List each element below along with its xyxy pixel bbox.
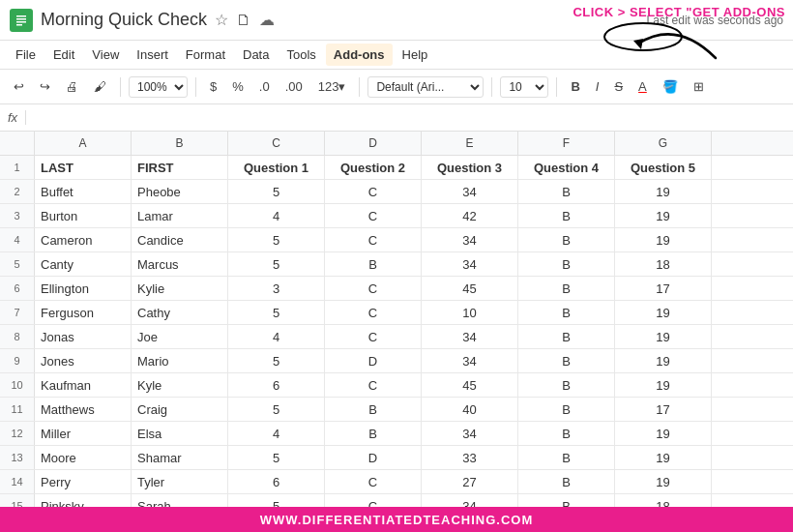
table-cell[interactable]: 18: [615, 252, 712, 276]
table-cell[interactable]: 34: [422, 180, 518, 203]
redo-button[interactable]: ↪: [34, 76, 56, 97]
table-cell[interactable]: B: [518, 373, 615, 397]
table-cell[interactable]: 34: [422, 325, 518, 348]
table-cell[interactable]: 42: [422, 204, 518, 227]
table-cell[interactable]: 19: [615, 204, 712, 227]
format-123-button[interactable]: 123▾: [312, 76, 352, 97]
table-cell[interactable]: 19: [615, 470, 712, 493]
paint-format-button[interactable]: 🖌: [88, 76, 112, 97]
table-cell[interactable]: Lamar: [132, 204, 228, 227]
table-cell[interactable]: Ferguson: [35, 301, 132, 324]
header-first[interactable]: FIRST: [132, 156, 228, 179]
table-cell[interactable]: 45: [422, 277, 518, 300]
table-cell[interactable]: 19: [615, 180, 712, 203]
table-cell[interactable]: 33: [422, 446, 518, 469]
table-cell[interactable]: 4: [228, 325, 325, 348]
table-cell[interactable]: B: [518, 277, 615, 300]
menu-addons[interactable]: Add-ons: [326, 44, 393, 66]
menu-view[interactable]: View: [84, 44, 127, 66]
menu-data[interactable]: Data: [235, 44, 277, 66]
table-cell[interactable]: 5: [228, 180, 325, 203]
table-cell[interactable]: B: [518, 228, 615, 251]
cloud-icon[interactable]: ☁: [259, 11, 275, 29]
table-cell[interactable]: B: [518, 398, 615, 421]
table-cell[interactable]: 3: [228, 277, 325, 300]
italic-button[interactable]: I: [590, 76, 605, 97]
table-cell[interactable]: B: [325, 422, 422, 445]
table-cell[interactable]: 34: [422, 422, 518, 445]
header-q1[interactable]: Question 1: [228, 156, 325, 179]
table-cell[interactable]: B: [518, 180, 615, 203]
folder-icon[interactable]: 🗋: [236, 12, 251, 29]
table-cell[interactable]: Candice: [132, 228, 228, 251]
table-cell[interactable]: C: [325, 301, 422, 324]
table-cell[interactable]: 5: [228, 252, 325, 276]
table-cell[interactable]: Joe: [132, 325, 228, 348]
star-icon[interactable]: ☆: [215, 11, 228, 29]
bold-button[interactable]: B: [565, 76, 585, 97]
table-cell[interactable]: B: [518, 470, 615, 493]
table-cell[interactable]: 19: [615, 422, 712, 445]
table-cell[interactable]: Perry: [35, 470, 132, 493]
table-cell[interactable]: B: [518, 301, 615, 324]
table-cell[interactable]: B: [518, 349, 615, 372]
table-cell[interactable]: 17: [615, 398, 712, 421]
table-cell[interactable]: Mario: [132, 349, 228, 372]
menu-help[interactable]: Help: [395, 44, 436, 66]
table-cell[interactable]: Jones: [35, 349, 132, 372]
header-last[interactable]: LAST: [35, 156, 132, 179]
table-cell[interactable]: C: [325, 470, 422, 493]
table-cell[interactable]: Shamar: [132, 446, 228, 469]
fill-color-button[interactable]: 🪣: [657, 76, 684, 97]
menu-file[interactable]: File: [8, 44, 44, 66]
table-cell[interactable]: 5: [228, 446, 325, 469]
table-cell[interactable]: D: [325, 446, 422, 469]
table-cell[interactable]: Buffet: [35, 180, 132, 203]
table-cell[interactable]: Jonas: [35, 325, 132, 348]
table-cell[interactable]: C: [325, 204, 422, 227]
menu-tools[interactable]: Tools: [279, 44, 323, 66]
table-cell[interactable]: Marcus: [132, 252, 228, 276]
table-cell[interactable]: Tyler: [132, 470, 228, 493]
table-cell[interactable]: 27: [422, 470, 518, 493]
table-cell[interactable]: Burton: [35, 204, 132, 227]
table-cell[interactable]: C: [325, 325, 422, 348]
table-cell[interactable]: 19: [615, 228, 712, 251]
table-cell[interactable]: Ellington: [35, 277, 132, 300]
header-q5[interactable]: Question 5: [615, 156, 712, 179]
table-cell[interactable]: C: [325, 228, 422, 251]
table-cell[interactable]: B: [325, 252, 422, 276]
table-cell[interactable]: 40: [422, 398, 518, 421]
print-button[interactable]: 🖨: [60, 76, 84, 97]
menu-insert[interactable]: Insert: [129, 44, 176, 66]
menu-format[interactable]: Format: [178, 44, 233, 66]
table-cell[interactable]: 17: [615, 277, 712, 300]
table-cell[interactable]: C: [325, 277, 422, 300]
header-q2[interactable]: Question 2: [325, 156, 422, 179]
table-cell[interactable]: 10: [422, 301, 518, 324]
header-q4[interactable]: Question 4: [518, 156, 615, 179]
table-cell[interactable]: Kylie: [132, 277, 228, 300]
table-cell[interactable]: 6: [228, 373, 325, 397]
table-cell[interactable]: B: [518, 325, 615, 348]
table-cell[interactable]: 19: [615, 373, 712, 397]
table-cell[interactable]: 34: [422, 228, 518, 251]
menu-edit[interactable]: Edit: [45, 44, 82, 66]
currency-button[interactable]: $: [204, 76, 222, 97]
decimal-more-button[interactable]: .00: [279, 76, 308, 97]
table-cell[interactable]: Moore: [35, 446, 132, 469]
decimal-less-button[interactable]: .0: [253, 76, 276, 97]
header-q3[interactable]: Question 3: [422, 156, 518, 179]
table-cell[interactable]: B: [518, 446, 615, 469]
table-cell[interactable]: 5: [228, 349, 325, 372]
table-cell[interactable]: Elsa: [132, 422, 228, 445]
table-cell[interactable]: 19: [615, 349, 712, 372]
table-cell[interactable]: B: [325, 398, 422, 421]
table-cell[interactable]: 19: [615, 446, 712, 469]
table-cell[interactable]: 4: [228, 204, 325, 227]
table-cell[interactable]: C: [325, 373, 422, 397]
table-cell[interactable]: Cameron: [35, 228, 132, 251]
undo-button[interactable]: ↩: [8, 76, 30, 97]
table-cell[interactable]: Kaufman: [35, 373, 132, 397]
table-cell[interactable]: 4: [228, 422, 325, 445]
